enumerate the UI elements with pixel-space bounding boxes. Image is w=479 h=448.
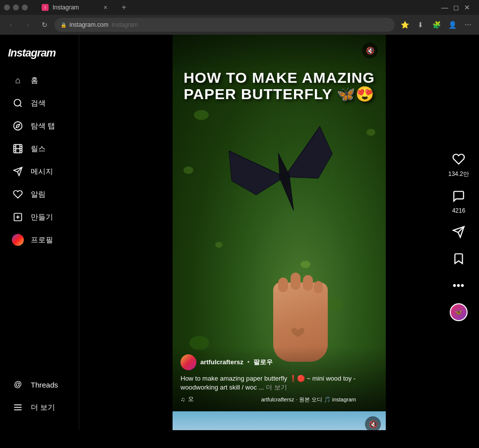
- sidebar-item-explore[interactable]: 탐색 탭: [4, 115, 75, 137]
- reel-caption: How to make amazing paper butterfly ❗🔴 ~…: [180, 374, 378, 392]
- nav-actions: ⭐ ⬇ 🧩 👤 ⋯: [398, 18, 475, 32]
- reel-item-1[interactable]: HOW TO MAKE AMAZING PAPER BUTTERFLY 🦋😍: [173, 35, 386, 411]
- extensions-icon[interactable]: 🧩: [429, 18, 443, 32]
- menu-icon[interactable]: ⋯: [461, 18, 475, 32]
- comment-count: 4216: [452, 207, 466, 214]
- profile-avatar: [12, 234, 24, 246]
- profile-icon[interactable]: 👤: [445, 18, 459, 32]
- profile-action[interactable]: 🦋: [450, 303, 468, 321]
- sidebar-item-messages-label: 메시지: [31, 167, 53, 176]
- sidebar-item-threads-label: Threads: [31, 381, 58, 389]
- reel-username[interactable]: artfulcraftersz: [200, 358, 243, 366]
- svg-point-0: [14, 100, 21, 106]
- tab-favicon: I: [42, 4, 49, 11]
- new-tab-button[interactable]: +: [117, 0, 131, 14]
- mountain-background: [173, 411, 386, 430]
- share-action[interactable]: [450, 223, 468, 241]
- create-icon: [12, 211, 24, 223]
- sidebar-item-reels[interactable]: 릴스: [4, 138, 75, 160]
- sidebar-item-notifications[interactable]: 알림: [4, 183, 75, 205]
- app-content: Instagram ⌂ 홈 검색: [0, 35, 479, 430]
- like-count: 134.2만: [448, 170, 469, 178]
- download-icon[interactable]: ⬇: [414, 18, 427, 32]
- reels-icon: [12, 143, 24, 155]
- back-button[interactable]: ‹: [4, 18, 18, 32]
- like-icon: [450, 150, 468, 168]
- mute-icon: 🔇: [366, 47, 374, 55]
- reel-top-overlay: 🔇: [173, 35, 386, 74]
- comment-icon: [450, 187, 468, 205]
- save-action[interactable]: [450, 250, 468, 268]
- home-icon: ⌂: [12, 74, 24, 86]
- reel-follow-button[interactable]: 팔로우: [253, 358, 273, 367]
- sidebar-item-search[interactable]: 검색: [4, 92, 75, 114]
- threads-icon: @: [12, 379, 24, 391]
- close-button[interactable]: [4, 4, 10, 10]
- reel-dot: •: [247, 358, 250, 366]
- sidebar-item-more[interactable]: 더 보기: [4, 396, 75, 418]
- sidebar-item-notifications-label: 알림: [31, 190, 46, 199]
- address-url: instagram.com: [69, 21, 109, 28]
- sidebar-item-create-label: 만들기: [31, 213, 53, 222]
- svg-marker-21: [224, 139, 287, 200]
- title-bar: I Instagram ✕ + — ◻ ✕: [0, 0, 479, 15]
- reel-side-actions: 134.2만 4216: [448, 150, 469, 321]
- minimize-button[interactable]: [13, 4, 19, 10]
- sidebar: Instagram ⌂ 홈 검색: [0, 35, 79, 430]
- sidebar-nav: ⌂ 홈 검색: [0, 69, 79, 374]
- reel-music-credit: artfulcraftersz · 원본 오디 🎵 instagram: [261, 396, 356, 403]
- nav-bar: ‹ › ↻ 🔒 instagram.com Instagram ⭐ ⬇ 🧩 👤 …: [0, 15, 479, 35]
- sidebar-item-search-label: 검색: [31, 99, 46, 108]
- sidebar-item-reels-label: 릴스: [31, 144, 46, 154]
- reels-container: HOW TO MAKE AMAZING PAPER BUTTERFLY 🦋😍: [173, 35, 386, 430]
- more-dots-icon: •••: [450, 277, 468, 294]
- sidebar-bottom: @ Threads 더 보기: [0, 374, 79, 422]
- sidebar-item-more-label: 더 보기: [31, 403, 55, 412]
- restore-icon[interactable]: ◻: [453, 3, 459, 11]
- sidebar-item-create[interactable]: 만들기: [4, 206, 75, 228]
- sidebar-item-home[interactable]: ⌂ 홈: [4, 69, 75, 91]
- heart-icon: [12, 188, 24, 200]
- like-action[interactable]: 134.2만: [448, 150, 469, 178]
- sidebar-item-explore-label: 탐색 탭: [31, 121, 55, 131]
- comment-action[interactable]: 4216: [450, 187, 468, 214]
- svg-marker-3: [16, 124, 19, 127]
- sidebar-item-profile[interactable]: 프로필: [4, 229, 75, 251]
- explore-icon: [12, 120, 24, 132]
- minimize-icon[interactable]: —: [441, 3, 448, 11]
- messages-icon: [12, 166, 24, 177]
- lock-icon: 🔒: [60, 22, 66, 28]
- browser-tab[interactable]: I Instagram ✕: [36, 0, 115, 15]
- main-feed: HOW TO MAKE AMAZING PAPER BUTTERFLY 🦋😍: [79, 35, 479, 430]
- tab-close-button[interactable]: ✕: [101, 3, 109, 11]
- sidebar-item-threads[interactable]: @ Threads: [4, 374, 75, 395]
- browser-chrome: I Instagram ✕ + — ◻ ✕ ‹ › ↻ 🔒 instagram.…: [0, 0, 479, 35]
- profile-action-thumb: 🦋: [450, 303, 468, 321]
- sidebar-item-messages[interactable]: 메시지: [4, 161, 75, 182]
- forward-button[interactable]: ›: [21, 18, 35, 32]
- maximize-button[interactable]: [22, 4, 28, 10]
- sidebar-item-home-label: 홈: [31, 76, 38, 85]
- save-icon: [450, 250, 468, 268]
- mute-button[interactable]: 🔇: [362, 43, 378, 58]
- reel-title-line2: PAPER BUTTERFLY 🦋😍: [182, 86, 376, 102]
- reel-bottom-overlay: artfulcraftersz • 팔로우 How to make amazin…: [173, 346, 386, 411]
- tab-bar: I Instagram ✕ +: [32, 0, 437, 15]
- window-controls: [4, 4, 28, 10]
- reel-user-avatar[interactable]: [180, 354, 196, 370]
- reel-music-text: 오: [188, 395, 194, 403]
- address-bar[interactable]: 🔒 instagram.com Instagram: [55, 18, 395, 32]
- more-action[interactable]: •••: [450, 277, 468, 294]
- more-icon: [12, 401, 24, 413]
- svg-point-2: [14, 122, 22, 130]
- reel-more-button[interactable]: 더 보기: [266, 384, 287, 391]
- bookmark-icon[interactable]: ⭐: [398, 18, 412, 32]
- reload-button[interactable]: ↻: [38, 18, 52, 32]
- address-placeholder: Instagram: [112, 21, 138, 28]
- reel2-mute-button[interactable]: 🔇: [365, 416, 381, 430]
- reel-user-row: artfulcraftersz • 팔로우: [180, 354, 378, 370]
- svg-line-1: [20, 105, 22, 107]
- reel-item-2[interactable]: 🔇: [173, 411, 386, 430]
- app-logo: Instagram: [0, 43, 79, 69]
- close-icon[interactable]: ✕: [464, 3, 470, 11]
